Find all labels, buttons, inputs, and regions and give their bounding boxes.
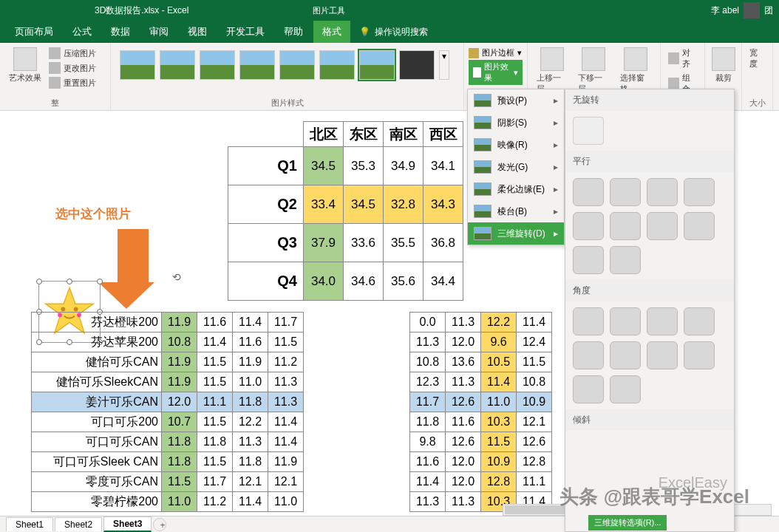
rotate-handle-icon[interactable]: ⟲ (172, 271, 181, 283)
cell[interactable]: 12.6 (446, 432, 481, 452)
cell[interactable]: 11.5 (268, 332, 304, 352)
cell[interactable]: 12.3 (410, 372, 446, 392)
cell[interactable]: 11.5 (197, 412, 233, 432)
cell[interactable]: 11.4 (410, 472, 446, 492)
cell[interactable]: 13.6 (446, 352, 481, 372)
cell[interactable]: 11.3 (446, 492, 481, 512)
cell[interactable]: 11.5 (517, 352, 552, 372)
cell[interactable]: 11.4 (268, 412, 304, 432)
tab-data[interactable]: 数据 (102, 21, 139, 43)
cell[interactable]: 11.9 (268, 452, 304, 472)
rot-preset[interactable] (610, 246, 641, 274)
cell[interactable]: 12.8 (517, 452, 552, 472)
rot-preset[interactable] (610, 212, 641, 240)
product-name[interactable]: 健怡可乐SleekCAN (32, 372, 162, 392)
cell[interactable]: 11.0 (162, 492, 197, 512)
product-name[interactable]: 零碧柠檬200 (32, 492, 162, 512)
tab-formulas[interactable]: 公式 (64, 21, 101, 43)
rot-preset[interactable] (610, 307, 641, 335)
soft-item[interactable]: 柔化边缘(E)▸ (468, 178, 564, 200)
cell[interactable]: 12.1 (517, 412, 552, 432)
rot-preset[interactable] (573, 246, 604, 274)
shadow-item[interactable]: 阴影(S)▸ (468, 112, 564, 134)
sheet-tab[interactable]: Sheet2 (55, 517, 102, 531)
cell[interactable]: 11.8 (197, 432, 233, 452)
product-name[interactable]: 可口可乐CAN (32, 432, 162, 452)
cell[interactable]: 10.5 (481, 352, 517, 372)
cell[interactable]: 11.2 (268, 352, 304, 372)
rot-preset[interactable] (647, 178, 678, 206)
crop-button[interactable]: 裁剪 (710, 46, 737, 85)
cell[interactable]: 11.8 (233, 392, 268, 412)
cell[interactable]: 11.4 (233, 492, 268, 512)
cell[interactable]: 11.5 (162, 472, 197, 492)
cell[interactable]: 11.9 (162, 372, 197, 392)
product-table-left[interactable]: 芬达橙味20011.911.611.411.7芬达苹果20010.811.411… (31, 312, 304, 512)
product-name[interactable]: 零度可乐CAN (32, 472, 162, 492)
sheet-tab-active[interactable]: Sheet3 (103, 516, 152, 532)
cell[interactable]: 12.0 (446, 452, 481, 472)
cell[interactable]: 11.3 (410, 492, 446, 512)
reset-pic-button[interactable]: 重置图片 (46, 75, 99, 90)
style-thumb[interactable] (200, 50, 235, 80)
cell[interactable]: 11.9 (162, 352, 197, 372)
cell[interactable]: 11.6 (197, 313, 233, 332)
cell[interactable]: 9.8 (410, 432, 446, 452)
cell[interactable]: 11.8 (410, 412, 446, 432)
cell[interactable]: 11.5 (481, 432, 517, 452)
rot-preset[interactable] (684, 307, 715, 335)
product-name[interactable]: 姜汁可乐CAN (32, 392, 162, 412)
cell[interactable]: 11.4 (233, 313, 268, 332)
cell[interactable]: 10.9 (481, 452, 517, 472)
tab-view[interactable]: 视图 (179, 21, 216, 43)
cell[interactable]: 12.0 (162, 392, 197, 412)
cell[interactable]: 11.3 (410, 332, 446, 352)
compress-button[interactable]: 压缩图片 (46, 46, 99, 61)
cell[interactable]: 12.2 (481, 313, 517, 332)
cell[interactable]: 12.2 (233, 412, 268, 432)
style-thumb[interactable] (160, 50, 195, 80)
change-pic-button[interactable]: 更改图片 (46, 61, 99, 75)
cell[interactable]: 12.8 (481, 472, 517, 492)
bevel-item[interactable]: 棱台(B)▸ (468, 200, 564, 222)
styles-gallery[interactable]: ▾ (115, 46, 459, 84)
rot-preset[interactable] (647, 212, 678, 240)
pic-effects-button[interactable]: 图片效果▾ (469, 60, 523, 85)
rot3d-item[interactable]: 三维旋转(D)▸ (468, 222, 564, 245)
style-thumb-selected[interactable] (359, 50, 395, 80)
rot-preset[interactable] (647, 307, 678, 335)
cell[interactable]: 12.1 (233, 472, 268, 492)
rot-preset[interactable] (610, 375, 641, 403)
tab-format[interactable]: 格式 (313, 21, 350, 43)
cell[interactable]: 11.8 (162, 452, 197, 472)
tell-me[interactable]: 操作说明搜索 (375, 26, 428, 38)
cell[interactable]: 11.4 (197, 332, 233, 352)
product-name[interactable]: 可口可乐200 (32, 412, 162, 432)
rot-preset[interactable] (684, 178, 715, 206)
cell[interactable]: 10.8 (410, 352, 446, 372)
cell[interactable]: 12.1 (268, 472, 304, 492)
artistic-effects-button[interactable]: 艺术效果 (4, 46, 46, 90)
cell[interactable]: 11.4 (268, 432, 304, 452)
cell[interactable]: 11.5 (197, 372, 233, 392)
cell[interactable]: 11.1 (197, 392, 233, 412)
pic-border-button[interactable]: 图片边框▾ (469, 47, 523, 58)
rot-preset[interactable] (573, 341, 604, 369)
gallery-more[interactable]: ▾ (440, 51, 449, 61)
sheet-tab[interactable]: Sheet1 (6, 517, 53, 531)
tab-pagelayout[interactable]: 页面布局 (6, 21, 62, 43)
user-area[interactable]: 李 abel 团 (711, 2, 773, 18)
new-sheet-button[interactable]: + (153, 518, 166, 531)
cell[interactable]: 9.6 (481, 332, 517, 352)
glow-item[interactable]: 发光(G)▸ (468, 156, 564, 178)
style-thumb[interactable] (399, 50, 435, 80)
preset-item[interactable]: 预设(P)▸ (468, 89, 564, 112)
rot-preset[interactable] (684, 341, 715, 369)
cell[interactable]: 11.8 (233, 452, 268, 472)
style-thumb[interactable] (120, 50, 155, 80)
cell[interactable]: 10.7 (162, 412, 197, 432)
style-thumb[interactable] (319, 50, 355, 80)
product-name[interactable]: 芬达橙味200 (32, 313, 162, 332)
rot-preset[interactable] (573, 178, 604, 206)
cell[interactable]: 10.9 (517, 392, 552, 412)
